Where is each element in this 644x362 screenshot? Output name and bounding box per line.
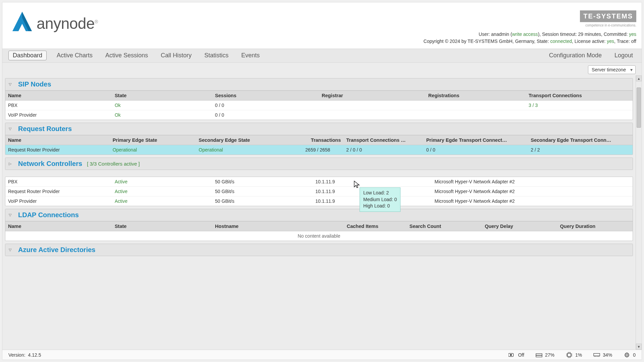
tab-config-mode[interactable]: Configuration Mode — [546, 51, 604, 60]
table-row[interactable]: Request Router Provider Active 50 GBit/s… — [5, 186, 633, 196]
col-name[interactable]: Name — [5, 135, 110, 145]
tab-statistics[interactable]: Statistics — [202, 51, 231, 60]
panel-nc-detail: PBX Active 50 GBit/s 10.1.11.9 Microsoft… — [5, 177, 633, 206]
status-recording[interactable]: Off — [508, 352, 524, 358]
col-delay[interactable]: Query Delay — [482, 221, 557, 231]
table-row[interactable]: PBX Ok 0 / 0 3 / 3 — [5, 100, 633, 110]
table-row[interactable]: VoIP Provider Active 50 GBit/s 10.1.11.9… — [5, 196, 633, 206]
memory-icon — [593, 352, 600, 358]
svg-rect-6 — [568, 353, 571, 357]
collapse-icon[interactable]: ▽ — [9, 82, 13, 86]
header: anynode® TE-SYSTEMS competence in e-comm… — [2, 2, 642, 49]
panel-ldap: ▽ LDAP Connections Name State Hostname C… — [5, 209, 633, 241]
te-systems-logo: TE-SYSTEMS — [580, 10, 636, 22]
tab-active-sessions[interactable]: Active Sessions — [103, 51, 151, 60]
tooltip-load: Low Load: 2 Medium Load: 0 High Load: 0 — [360, 187, 400, 212]
collapse-icon[interactable]: ▽ — [9, 248, 13, 252]
status-disk[interactable]: 27% — [536, 352, 554, 358]
cpu-icon — [566, 352, 573, 358]
dashboard-content: ▽ SIP Nodes Name State Sessions Registra… — [2, 75, 636, 350]
col-transactions[interactable]: Transactions — [276, 135, 344, 145]
status-mem[interactable]: 34% — [593, 352, 612, 358]
collapse-icon[interactable]: ▽ — [9, 213, 13, 217]
scroll-up-icon[interactable]: ▲ — [636, 75, 642, 81]
col-name[interactable]: Name — [5, 221, 112, 231]
col-secondary-edge[interactable]: Secondary Edge State — [196, 135, 276, 145]
anynode-logo-icon — [11, 10, 33, 37]
col-state[interactable]: State — [112, 90, 212, 100]
scrollbar[interactable]: ▲ ▼ — [636, 75, 642, 350]
table-row[interactable]: VoIP Provider Ok 0 / 0 — [5, 110, 633, 120]
col-secondary-transport[interactable]: Secondary Egde Transport Conn… — [528, 135, 633, 145]
col-state[interactable]: State — [112, 221, 212, 231]
tab-call-history[interactable]: Call History — [158, 51, 194, 60]
tab-active-charts[interactable]: Active Charts — [54, 51, 95, 60]
main-nav: Dashboard Active Charts Active Sessions … — [2, 49, 642, 63]
col-hostname[interactable]: Hostname — [212, 221, 344, 231]
panel-title[interactable]: Network Controllers — [18, 160, 82, 168]
version-text: 4.12.5 — [28, 352, 41, 358]
network-icon — [624, 352, 630, 358]
disk-icon — [536, 352, 542, 358]
panel-subtitle: [ 3/3 Controllers active ] — [87, 161, 140, 167]
svg-rect-4 — [536, 354, 542, 355]
access-link[interactable]: write access — [512, 32, 538, 37]
tab-logout[interactable]: Logout — [612, 51, 636, 60]
record-icon — [508, 352, 515, 358]
status-cpu[interactable]: 1% — [566, 352, 582, 358]
tab-dashboard[interactable]: Dashboard — [8, 51, 47, 60]
logo: anynode® — [11, 10, 98, 37]
empty-message: No content available — [5, 231, 633, 241]
panel-network-controllers: ▷ Network Controllers [ 3/3 Controllers … — [5, 158, 633, 170]
status-net[interactable]: 0 — [624, 352, 636, 358]
col-duration[interactable]: Query Duration — [557, 221, 633, 231]
collapse-icon[interactable]: ▽ — [9, 127, 13, 131]
svg-rect-19 — [594, 353, 600, 356]
panel-title[interactable]: Request Routers — [18, 125, 72, 133]
scroll-thumb[interactable] — [637, 87, 641, 128]
panel-sip-nodes: ▽ SIP Nodes Name State Sessions Registra… — [5, 78, 633, 120]
scroll-down-icon[interactable]: ▼ — [636, 344, 642, 350]
timezone-select[interactable]: Server timezone — [588, 65, 636, 74]
col-transport-connections[interactable]: Transport Connections … — [343, 135, 423, 145]
transport-connections-cell: 2 / 0 / 0 — [343, 145, 423, 155]
table-row[interactable]: Request Router Provider Operational Oper… — [5, 145, 633, 155]
svg-rect-5 — [536, 355, 542, 357]
svg-point-3 — [510, 354, 512, 356]
panel-request-routers: ▽ Request Routers Name Primary Edge Stat… — [5, 123, 633, 155]
table-row[interactable]: PBX Active 50 GBit/s 10.1.11.9 Microsoft… — [5, 177, 633, 187]
brand-text: anynode® — [37, 14, 98, 33]
panel-title[interactable]: Azure Active Directories — [18, 246, 95, 254]
col-registrations[interactable]: Registrations — [426, 90, 526, 100]
panel-title[interactable]: SIP Nodes — [18, 80, 51, 88]
col-primary-transport[interactable]: Primary Egde Transport Connect… — [424, 135, 528, 145]
header-info: TE-SYSTEMS competence in e-communication… — [424, 10, 636, 45]
tab-events[interactable]: Events — [238, 51, 262, 60]
col-search[interactable]: Search Count — [407, 221, 482, 231]
col-cached[interactable]: Cached Items — [344, 221, 407, 231]
col-transport[interactable]: Transport Connections — [526, 90, 633, 100]
col-sessions[interactable]: Sessions — [212, 90, 319, 100]
col-primary-edge[interactable]: Primary Edge State — [110, 135, 196, 145]
col-registrar[interactable]: Registrar — [319, 90, 426, 100]
statusbar: Version: 4.12.5 Off 27% 1% 34% 0 — [2, 350, 642, 360]
panel-title[interactable]: LDAP Connections — [18, 211, 79, 219]
col-name[interactable]: Name — [5, 90, 112, 100]
expand-icon[interactable]: ▷ — [9, 162, 13, 166]
panel-aad: ▽ Azure Active Directories — [5, 244, 633, 256]
